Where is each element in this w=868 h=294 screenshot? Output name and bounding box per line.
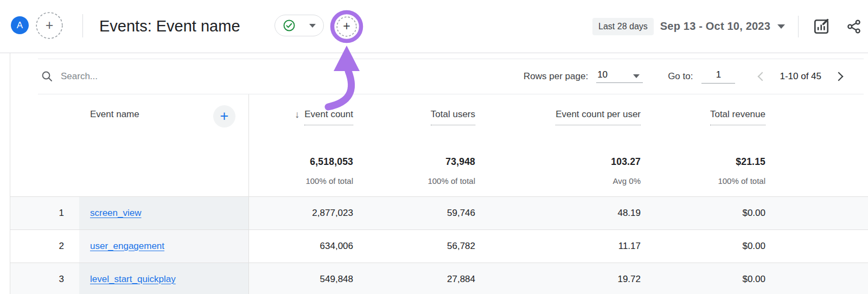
row-number: 2 [10, 241, 79, 252]
chevron-down-icon[interactable] [777, 24, 785, 29]
report-table-card: Rows per page: 10 Go to: 1-10 of 45 Even… [10, 53, 868, 294]
table-header-row: Event name + ↓ Event count Total users E… [10, 94, 868, 142]
totals-total-users: 73,948 100% of total [369, 142, 492, 196]
totals-revenue: $21.15 100% of total [657, 142, 782, 196]
total-note: 100% of total [305, 176, 353, 186]
previous-page-button[interactable] [758, 72, 767, 81]
event-name-link[interactable]: screen_view [90, 208, 142, 219]
metric-header-count-per-user: Event count per user [492, 94, 657, 142]
table-row: 2 user_engagement 634,006 56,782 11.17 $… [10, 229, 868, 263]
ga4-events-report: A + Events: Event name + Last 28 days Se… [0, 0, 868, 294]
total-value: $21.15 [736, 156, 765, 168]
events-table: Event name + ↓ Event count Total users E… [10, 94, 868, 294]
total-users-value: 59,746 [369, 208, 492, 219]
total-users-value: 56,782 [369, 241, 492, 252]
metric-header-total-users: Total users [369, 94, 492, 142]
table-row: 1 screen_view 2,877,023 59,746 48.19 $0.… [10, 196, 868, 229]
event-name-link[interactable]: user_engagement [90, 241, 164, 252]
header-right-controls: Last 28 days Sep 13 - Oct 10, 2023 [592, 0, 865, 53]
dimension-header-cell: Event name + [79, 94, 249, 142]
event-count-value: 2,877,023 [249, 208, 369, 219]
revenue-value: $0.00 [657, 208, 782, 219]
row-number-header [10, 94, 79, 142]
totals-filler [782, 142, 868, 196]
totals-blank [79, 142, 249, 196]
goto-page-input[interactable] [701, 69, 735, 84]
date-preset-badge[interactable]: Last 28 days [592, 18, 654, 35]
count-per-user-value: 11.17 [492, 241, 657, 252]
totals-event-count: 6,518,053 100% of total [249, 142, 369, 196]
rows-per-page-value: 10 [597, 70, 608, 79]
row-number: 3 [10, 274, 79, 285]
metric-header-total-revenue: Total revenue [657, 94, 782, 142]
add-dimension-button[interactable]: + [213, 105, 235, 127]
dimension-header-label: Event name [90, 109, 139, 120]
chevron-down-icon [309, 24, 316, 28]
sort-descending-icon: ↓ [295, 109, 299, 120]
count-per-user-value: 48.19 [492, 208, 657, 219]
count-per-user-value: 19.72 [492, 274, 657, 285]
next-page-button[interactable] [834, 72, 844, 81]
row-number: 1 [10, 208, 79, 219]
total-note: 100% of total [718, 176, 765, 186]
customize-report-button[interactable]: + [336, 16, 357, 37]
date-range-picker[interactable]: Sep 13 - Oct 10, 2023 [660, 20, 770, 33]
share-icon [846, 19, 861, 34]
chevron-down-icon [633, 74, 640, 78]
event-name-cell: screen_view [79, 197, 249, 229]
metric-header-label[interactable]: Event count [304, 109, 353, 125]
total-note: Avg 0% [613, 176, 641, 186]
table-row: 3 level_start_quickplay 549,848 27,884 1… [10, 263, 868, 294]
event-name-cell: user_engagement [79, 230, 249, 263]
plus-icon: + [46, 18, 54, 32]
total-users-value: 27,884 [369, 274, 492, 285]
header-divider [798, 16, 799, 37]
total-value: 6,518,053 [310, 156, 353, 168]
table-toolbar: Rows per page: 10 Go to: 1-10 of 45 [38, 59, 864, 94]
comparison-avatar[interactable]: A [11, 16, 29, 34]
plus-icon: + [343, 20, 350, 33]
rows-per-page-select[interactable]: 10 [596, 70, 643, 83]
add-comparison-button[interactable]: + [36, 12, 63, 39]
goto-page-label: Go to: [668, 71, 693, 82]
event-count-value: 634,006 [249, 241, 369, 252]
insights-button[interactable] [813, 18, 830, 35]
total-note: 100% of total [427, 176, 475, 186]
totals-count-per-user: 103.27 Avg 0% [492, 142, 657, 196]
table-totals-row: 6,518,053 100% of total 73,948 100% of t… [10, 142, 868, 196]
totals-blank [10, 142, 79, 196]
check-circle-icon [283, 19, 296, 32]
header-filler [782, 94, 868, 142]
plus-icon: + [220, 109, 229, 124]
page-title: Events: Event name [99, 16, 240, 36]
revenue-value: $0.00 [657, 241, 782, 252]
revenue-value: $0.00 [657, 274, 782, 285]
top-header-bar: A + Events: Event name + Last 28 days Se… [0, 0, 868, 53]
total-value: 103.27 [611, 156, 641, 168]
search-input[interactable] [61, 71, 524, 82]
share-button[interactable] [846, 19, 861, 34]
metric-header-event-count: ↓ Event count [249, 94, 369, 142]
event-count-value: 549,848 [249, 274, 369, 285]
event-name-cell: level_start_quickplay [79, 263, 249, 294]
event-name-link[interactable]: level_start_quickplay [90, 274, 176, 285]
pagination-range: 1-10 of 45 [780, 71, 821, 82]
metric-header-label[interactable]: Event count per user [556, 109, 641, 125]
chart-edit-icon [813, 18, 830, 35]
rows-per-page-label: Rows per page: [524, 71, 588, 82]
header-divider [82, 14, 83, 37]
search-icon [41, 71, 53, 82]
metric-header-label[interactable]: Total revenue [710, 109, 765, 125]
report-status-dropdown[interactable] [275, 15, 324, 36]
metric-header-label[interactable]: Total users [431, 109, 475, 125]
total-value: 73,948 [445, 156, 475, 168]
